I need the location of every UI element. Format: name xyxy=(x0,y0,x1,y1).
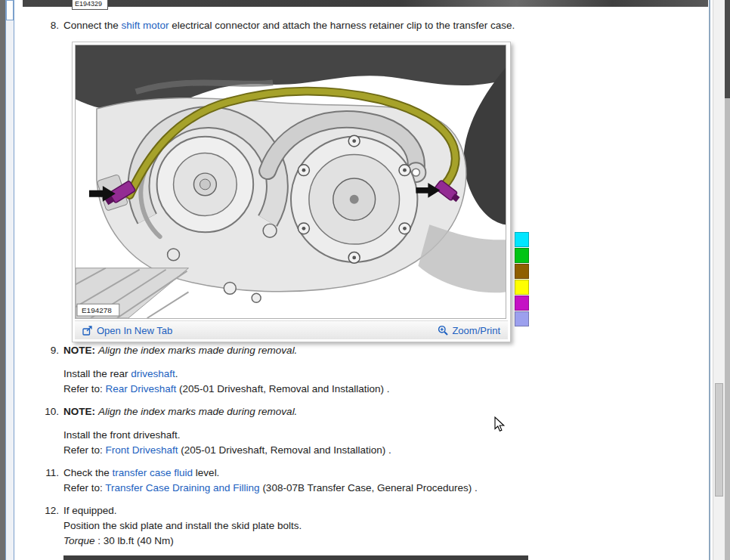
text-segment: level. xyxy=(193,467,219,478)
step-9: 9. NOTE:Align the index marks made durin… xyxy=(39,343,704,397)
legend-swatch-cyan xyxy=(515,232,529,247)
legend-swatch-lavender xyxy=(515,311,529,326)
step-12-line1: If equipped. xyxy=(63,503,302,518)
note-label: NOTE: xyxy=(63,345,95,356)
open-in-new-tab-link[interactable]: Open In New Tab xyxy=(82,325,172,336)
legend-swatch-yellow xyxy=(515,280,529,295)
driveshaft-link[interactable]: driveshaft xyxy=(131,368,175,379)
step-10-note: NOTE:Align the index marks made during r… xyxy=(63,404,391,419)
step-number: 12. xyxy=(39,503,59,549)
step-number: 8. xyxy=(39,18,59,33)
step-8-text: Connect the shift motor electrical conne… xyxy=(63,18,515,33)
step-12: 12. If equipped. Position the skid plate… xyxy=(39,503,704,549)
front-driveshaft-link[interactable]: Front Driveshaft xyxy=(106,444,178,456)
legend-swatch-green xyxy=(515,248,529,263)
legend-swatch-magenta xyxy=(515,295,529,311)
torque-label: Torque xyxy=(63,535,95,546)
text-segment: Refer to: xyxy=(63,444,106,456)
rear-driveshaft-link[interactable]: Rear Driveshaft xyxy=(106,383,177,394)
document-content: E194329 8. Connect the shift motor elect… xyxy=(14,0,709,560)
text-segment: electrical connector and attach the harn… xyxy=(169,20,515,31)
magnifier-icon xyxy=(438,325,448,336)
text-segment: Connect the xyxy=(63,20,122,31)
text-segment: (205-01 Driveshaft, Removal and Installa… xyxy=(176,383,389,394)
zoom-print-label: Zoom/Print xyxy=(452,325,500,336)
shift-motor-link[interactable]: shift motor xyxy=(122,20,169,31)
step-12-torque: Torque : 30 lb.ft (40 Nm) xyxy=(63,534,302,549)
step-9-note: NOTE:Align the index marks made during r… xyxy=(63,343,389,358)
text-segment: Refer to: xyxy=(63,482,105,493)
left-scrollbar-thumb[interactable] xyxy=(6,0,14,20)
step-9-install: Install the rear driveshaft. xyxy=(63,367,389,382)
transfer-case-illustration: E194278 xyxy=(75,45,506,319)
text-segment: . xyxy=(175,368,178,379)
window-right-edge-top xyxy=(725,0,730,98)
open-in-new-tab-icon xyxy=(82,326,93,336)
note-text: Align the index marks made during remova… xyxy=(98,406,297,417)
figure-toolbar: Open In New Tab Zoom/Print xyxy=(75,320,508,339)
step-11: 11. Check the transfer case fluid level.… xyxy=(39,466,704,496)
note-text: Align the index marks made during remova… xyxy=(98,345,297,356)
open-in-new-tab-label: Open In New Tab xyxy=(97,325,172,336)
figure-id-label: E194278 xyxy=(82,306,112,314)
step-10: 10. NOTE:Align the index marks made duri… xyxy=(39,404,704,458)
text-segment: Install the rear xyxy=(63,368,131,379)
transfer-case-fluid-link[interactable]: transfer case fluid xyxy=(113,467,193,478)
previous-figure-id-label: E194329 xyxy=(72,0,108,10)
step-10-refer: Refer to: Front Driveshaft (205-01 Drive… xyxy=(63,443,391,458)
legend-swatch-brown xyxy=(515,264,529,279)
step-number: 9. xyxy=(39,343,59,397)
step-9-refer: Refer to: Rear Driveshaft (205-01 Drives… xyxy=(63,382,389,397)
next-figure-top-edge xyxy=(63,555,528,560)
transfer-case-draining-link[interactable]: Transfer Case Draining and Filling xyxy=(105,482,259,493)
step-12-line2: Position the skid plate and install the … xyxy=(63,518,302,534)
window-right-edge-bottom xyxy=(725,98,730,560)
vertical-scrollbar-thumb[interactable] xyxy=(715,383,723,497)
text-segment: (205-01 Driveshaft, Removal and Installa… xyxy=(178,444,391,456)
step-11-check: Check the transfer case fluid level. xyxy=(63,466,478,481)
step-10-install: Install the front driveshaft. xyxy=(63,428,391,443)
previous-figure-bottom-edge xyxy=(23,0,708,7)
step-11-refer: Refer to: Transfer Case Draining and Fil… xyxy=(63,481,478,496)
step-number: 10. xyxy=(39,404,59,458)
torque-value: : 30 lb.ft (40 Nm) xyxy=(95,535,174,546)
zoom-print-link[interactable]: Zoom/Print xyxy=(438,325,500,336)
step-8: 8. Connect the shift motor electrical co… xyxy=(39,18,704,33)
window-left-edge xyxy=(0,0,5,560)
mouse-cursor xyxy=(494,416,506,433)
step-number: 11. xyxy=(39,466,59,496)
text-segment: Check the xyxy=(63,467,113,478)
content-frame-border xyxy=(709,0,710,560)
text-segment: (308-07B Transfer Case, General Procedur… xyxy=(260,482,478,493)
text-segment: Refer to: xyxy=(63,383,106,394)
note-label: NOTE: xyxy=(63,406,95,417)
figure-container: E194278 Open In New Tab Zoom/Print xyxy=(72,42,511,342)
left-scrollbar-rail[interactable] xyxy=(5,0,14,560)
